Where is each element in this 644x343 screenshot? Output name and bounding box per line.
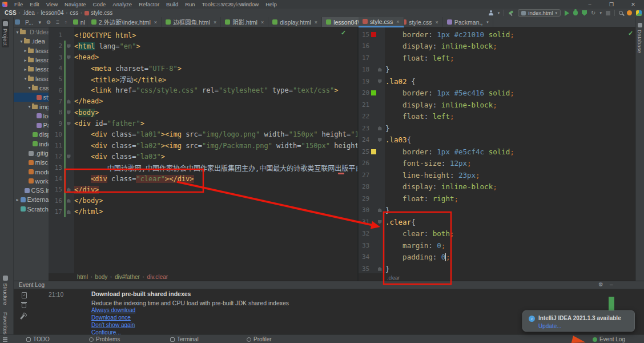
editor-html[interactable]: 1<!DOCTYPE html>2<html lang="en">3<head>… bbox=[49, 27, 357, 273]
fold-marker[interactable] bbox=[377, 208, 383, 212]
user-icon[interactable] bbox=[489, 10, 494, 15]
chevron-expanded-icon[interactable]: ▾ bbox=[27, 85, 32, 90]
editor-tab[interactable]: 阴影.html× bbox=[221, 17, 268, 27]
tree-item[interactable]: modules.xml bbox=[14, 167, 49, 176]
project-view-label[interactable]: P... bbox=[25, 19, 33, 26]
chevron-collapsed-icon[interactable]: ▸ bbox=[23, 48, 28, 53]
menu-item[interactable]: Code bbox=[90, 1, 110, 7]
chevron-collapsed-icon[interactable]: ▸ bbox=[15, 197, 20, 202]
tree-item[interactable]: CSS.iml bbox=[14, 186, 49, 195]
tree-item[interactable]: Packman.png bbox=[14, 121, 49, 130]
coverage-button[interactable] bbox=[582, 10, 587, 16]
event-log-link[interactable]: Don't show again bbox=[91, 322, 135, 329]
tool-windows-icon[interactable] bbox=[3, 337, 7, 342]
tree-item[interactable]: ▾img bbox=[14, 102, 49, 111]
run-config-select[interactable]: index.html ▾ bbox=[518, 9, 561, 17]
tree-item[interactable]: Scratches and Consoles bbox=[14, 205, 49, 214]
chevron-expanded-icon[interactable]: ▾ bbox=[19, 39, 24, 44]
chevron-down-icon[interactable]: ▾ bbox=[498, 11, 500, 15]
editor-tab[interactable]: style.css× bbox=[359, 17, 404, 27]
fold-marker[interactable] bbox=[377, 79, 383, 83]
fold-marker[interactable] bbox=[66, 55, 71, 59]
breadcrumb-item[interactable]: lesson04 bbox=[41, 10, 64, 16]
fold-marker[interactable] bbox=[66, 122, 71, 126]
editor-css[interactable]: 15 border: 1px #c21010 solid;16 display:… bbox=[359, 27, 635, 273]
breadcrumb-item[interactable]: .idea bbox=[22, 10, 35, 16]
editor-tab[interactable]: nl× bbox=[72, 17, 87, 27]
tree-item[interactable]: style.css bbox=[14, 93, 49, 102]
breadcrumb-item[interactable]: style.css bbox=[91, 10, 112, 16]
tree-item[interactable]: .gitignore bbox=[14, 149, 49, 158]
gear-icon[interactable]: ⚙ bbox=[598, 281, 603, 288]
tree-item[interactable]: ▸External Libraries bbox=[14, 195, 49, 204]
fold-marker[interactable] bbox=[66, 99, 71, 103]
menu-item[interactable]: Edit bbox=[26, 1, 42, 7]
menu-item[interactable]: File bbox=[11, 1, 26, 7]
tool-window-project[interactable]: Project bbox=[2, 19, 9, 47]
tree-item[interactable]: display.html bbox=[14, 130, 49, 139]
close-tab-icon[interactable]: × bbox=[435, 19, 438, 25]
status-event-log[interactable]: Event Log bbox=[593, 335, 625, 343]
tree-item[interactable]: ▾lesson04 bbox=[14, 74, 49, 83]
fold-marker[interactable] bbox=[66, 188, 71, 192]
update-notification-icon[interactable] bbox=[627, 10, 632, 15]
menu-item[interactable]: Build bbox=[163, 1, 182, 7]
status-item-terminal[interactable]: Terminal bbox=[170, 335, 199, 343]
breadcrumb-item[interactable]: html bbox=[77, 274, 88, 280]
fold-marker[interactable] bbox=[377, 67, 383, 71]
close-tab-icon[interactable]: × bbox=[214, 19, 216, 25]
menu-item[interactable]: Run bbox=[182, 1, 198, 7]
menu-item[interactable]: View bbox=[43, 1, 61, 7]
menu-item[interactable]: Analyze bbox=[109, 1, 135, 7]
hide-panel-icon[interactable]: ÷ bbox=[65, 19, 67, 25]
status-item-profiler[interactable]: Profiler bbox=[247, 335, 272, 343]
breadcrumb-item[interactable]: div#father bbox=[115, 274, 140, 280]
tree-item[interactable]: ▾CSSD:\IdeaPr bbox=[14, 27, 49, 37]
fold-marker[interactable] bbox=[66, 210, 71, 214]
chevron-expanded-icon[interactable]: ▾ bbox=[15, 30, 20, 35]
wrench-icon[interactable] bbox=[20, 314, 25, 319]
tree-item[interactable]: ▸lesson03 bbox=[14, 65, 49, 74]
tool-window-structure[interactable]: Structure bbox=[2, 273, 9, 308]
fold-marker[interactable] bbox=[377, 220, 383, 224]
tool-window-favorites[interactable]: Favorites bbox=[2, 310, 9, 337]
status-item-todo[interactable]: TODO bbox=[26, 335, 50, 343]
chevron-down-icon[interactable]: ▾ bbox=[486, 20, 489, 25]
search-icon[interactable] bbox=[619, 11, 623, 15]
update-link[interactable]: Update... bbox=[538, 323, 562, 329]
close-tab-icon[interactable]: × bbox=[261, 19, 264, 25]
editor-tab[interactable]: 边框圆角.html× bbox=[162, 17, 221, 27]
editor-tab[interactable]: style.css× bbox=[397, 17, 443, 27]
menu-item[interactable]: Navigate bbox=[61, 1, 90, 7]
rerun-icon[interactable]: ↻ bbox=[591, 10, 595, 16]
breadcrumb-item[interactable]: CSS bbox=[5, 10, 17, 16]
minimize-icon[interactable]: – bbox=[610, 281, 613, 288]
breadcrumb-item[interactable]: div.clear bbox=[147, 274, 168, 280]
chevron-collapsed-icon[interactable]: ▸ bbox=[23, 58, 28, 63]
fold-marker[interactable] bbox=[66, 44, 71, 48]
event-log-link[interactable]: Download once bbox=[91, 314, 135, 322]
close-tab-icon[interactable]: × bbox=[396, 19, 399, 25]
color-swatch-box[interactable] bbox=[371, 90, 376, 95]
fold-marker[interactable] bbox=[66, 110, 71, 114]
tree-item[interactable]: workspace.xml bbox=[14, 177, 49, 186]
event-log-link[interactable]: Always download bbox=[91, 307, 135, 314]
gear-icon[interactable]: ⚙ bbox=[46, 19, 51, 25]
maximize-icon[interactable]: ❐ bbox=[601, 0, 622, 9]
breadcrumb-item[interactable]: body bbox=[95, 274, 108, 280]
chevron-down-icon[interactable]: ▾ bbox=[38, 19, 41, 25]
editor-tab[interactable]: display.html× bbox=[268, 17, 322, 27]
color-swatch-box[interactable] bbox=[371, 32, 376, 37]
scrollbar-thumb[interactable] bbox=[609, 297, 614, 310]
breadcrumb-item[interactable]: css bbox=[70, 10, 78, 16]
run-button[interactable] bbox=[565, 10, 569, 16]
tree-item[interactable]: ▸lesson01 bbox=[14, 46, 49, 55]
chevron-expanded-icon[interactable]: ▾ bbox=[27, 104, 32, 109]
event-log-header[interactable]: Event Log ⚙ – bbox=[14, 281, 644, 289]
fold-marker[interactable] bbox=[377, 126, 383, 130]
menu-item[interactable]: Help bbox=[262, 1, 280, 7]
fold-marker[interactable] bbox=[377, 267, 383, 271]
menu-item[interactable]: Refactor bbox=[135, 1, 163, 7]
collapse-all-icon[interactable]: Ξ bbox=[56, 19, 59, 25]
chevron-down-icon[interactable]: ▾ bbox=[599, 11, 602, 15]
